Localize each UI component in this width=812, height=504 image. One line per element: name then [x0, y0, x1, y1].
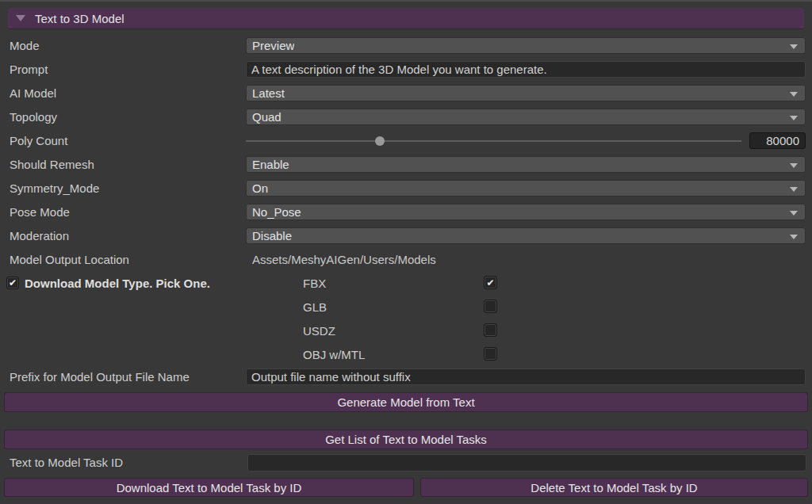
task-id-row: Text to Model Task ID: [0, 454, 812, 471]
mode-label: Mode: [10, 39, 40, 52]
topology-dropdown[interactable]: Quad: [246, 109, 806, 125]
chevron-down-icon: [790, 92, 798, 97]
chevron-down-icon: [790, 116, 798, 120]
topology-label: Topology: [10, 110, 57, 124]
poly-count-slider[interactable]: [246, 140, 741, 142]
task-id-field-wrap: [247, 454, 806, 472]
obj-option: OBJ w/MTL: [246, 346, 806, 363]
symmetry-mode-label: Symmetry_Mode: [10, 181, 99, 195]
usdz-row: USDZ: [0, 323, 812, 339]
usdz-label: USDZ: [303, 323, 335, 339]
moderation-label: Moderation: [10, 229, 69, 242]
symmetry-mode-row: Symmetry_Mode On: [0, 180, 812, 197]
output-location-value-wrap: Assets/MeshyAIGen/Users/Models: [246, 251, 806, 268]
should-remesh-value: Enable: [252, 158, 289, 171]
pose-mode-row: Pose Mode No_Pose: [0, 204, 812, 220]
poly-count-slider-handle[interactable]: [375, 136, 385, 146]
chevron-down-icon: [790, 163, 798, 168]
mode-value: Preview: [252, 39, 294, 52]
prefix-field-wrap: [246, 368, 806, 385]
get-task-list-button[interactable]: Get List of Text to Model Tasks: [4, 430, 808, 449]
should-remesh-label: Should Remesh: [10, 158, 94, 171]
glb-option: GLB: [246, 299, 806, 315]
download-model-type-checkbox[interactable]: [6, 277, 19, 289]
prompt-field-wrap: [246, 61, 806, 78]
task-id-input[interactable]: [247, 454, 806, 472]
output-location-row: Model Output Location Assets/MeshyAIGen/…: [0, 251, 812, 268]
prefix-label: Prefix for Model Output File Name: [10, 370, 190, 384]
chevron-down-icon: [790, 235, 798, 239]
output-location-label: Model Output Location: [10, 253, 129, 266]
topology-value: Quad: [252, 110, 282, 124]
obj-checkbox[interactable]: [484, 347, 497, 361]
task-id-label: Text to Model Task ID: [10, 456, 123, 469]
chevron-down-icon: [790, 211, 798, 216]
ai-model-value: Latest: [252, 86, 285, 100]
text-to-3d-model-panel: Text to 3D Model Mode Preview Prompt AI …: [0, 0, 812, 504]
fbx-label: FBX: [303, 275, 326, 292]
section-title: Text to 3D Model: [35, 12, 124, 25]
prompt-input[interactable]: [246, 61, 806, 78]
moderation-row: Moderation Disable: [0, 227, 812, 244]
glb-checkbox[interactable]: [484, 300, 497, 313]
should-remesh-dropdown[interactable]: Enable: [246, 156, 806, 173]
usdz-option: USDZ: [246, 323, 806, 339]
delete-task-by-id-button[interactable]: Delete Text to Model Task by ID: [420, 478, 808, 497]
chevron-down-icon: [790, 187, 798, 192]
moderation-value: Disable: [252, 229, 292, 242]
download-type-row: Download Model Type. Pick One. FBX: [0, 275, 812, 292]
fbx-option: FBX: [246, 275, 806, 292]
ai-model-row: AI Model Latest: [0, 85, 812, 101]
output-location-value: Assets/MeshyAIGen/Users/Models: [252, 251, 436, 268]
obj-label: OBJ w/MTL: [303, 346, 365, 363]
mode-dropdown[interactable]: Preview: [246, 37, 806, 54]
poly-count-label: Poly Count: [10, 134, 67, 147]
foldout-triangle-icon[interactable]: [16, 15, 25, 21]
prompt-label: Prompt: [10, 63, 48, 76]
poly-count-field[interactable]: [749, 132, 806, 149]
fbx-checkbox[interactable]: [484, 276, 497, 289]
obj-row: OBJ w/MTL: [0, 346, 812, 363]
download-model-type-label: Download Model Type. Pick One.: [25, 277, 210, 290]
moderation-dropdown[interactable]: Disable: [246, 227, 806, 244]
poly-count-row: Poly Count: [0, 132, 812, 149]
pose-mode-label: Pose Mode: [10, 205, 70, 219]
pose-mode-dropdown[interactable]: No_Pose: [246, 204, 806, 220]
chevron-down-icon: [790, 44, 798, 49]
symmetry-mode-value: On: [252, 181, 268, 195]
ai-model-label: AI Model: [10, 86, 56, 100]
should-remesh-row: Should Remesh Enable: [0, 156, 812, 173]
glb-label: GLB: [303, 299, 327, 315]
poly-count-control: [246, 132, 806, 149]
section-header[interactable]: Text to 3D Model: [8, 8, 804, 29]
glb-row: GLB: [0, 299, 812, 315]
generate-model-button[interactable]: Generate Model from Text: [4, 392, 808, 412]
mode-row: Mode Preview: [0, 37, 812, 54]
download-task-by-id-button[interactable]: Download Text to Model Task by ID: [4, 478, 414, 497]
ai-model-dropdown[interactable]: Latest: [246, 85, 806, 101]
usdz-checkbox[interactable]: [484, 323, 497, 337]
topology-row: Topology Quad: [0, 109, 812, 125]
prefix-input[interactable]: [246, 368, 806, 385]
symmetry-mode-dropdown[interactable]: On: [246, 180, 806, 197]
prefix-row: Prefix for Model Output File Name: [0, 368, 812, 385]
pose-mode-value: No_Pose: [252, 205, 301, 219]
prompt-row: Prompt: [0, 61, 812, 78]
